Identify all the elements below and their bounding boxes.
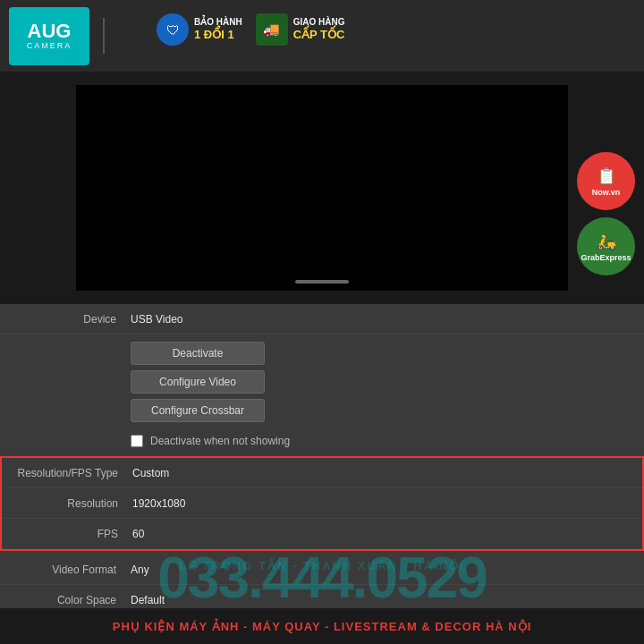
deactivate-checkbox-row: Deactivate when not showing — [0, 429, 644, 453]
bottom-bar: Phụ kiện máy ảnh - Máy quay - Livestream… — [0, 608, 644, 644]
logo-text: AUG — [28, 21, 72, 41]
fps-row: FPS 60 — [2, 519, 642, 549]
promo-warranty-line1: BẢO HÀNH — [194, 16, 242, 28]
video-format-value: Any — [131, 564, 149, 576]
resolution-section: Resolution/FPS Type Custom Resolution 19… — [0, 456, 644, 551]
color-space-value: Default — [131, 594, 165, 606]
device-row: Device USB Video — [0, 304, 644, 335]
resolution-label: Resolution — [16, 497, 132, 510]
promo-delivery-line1: GIAO HÀNG — [293, 16, 345, 28]
deactivate-checkbox[interactable] — [131, 435, 143, 447]
settings-panel: Device USB Video Deactivate Configure Vi… — [0, 304, 644, 644]
bottom-bar-text: Phụ kiện máy ảnh - Máy quay - Livestream… — [113, 620, 532, 633]
promo-warranty-line2: 1 ĐỔI 1 — [194, 28, 242, 43]
resolution-value: 1920x1080 — [132, 497, 185, 510]
video-preview-area: 📋 Now.vn 🛵 GrabExpress — [0, 72, 644, 304]
configure-video-button[interactable]: Configure Video — [131, 370, 265, 394]
grab-badge[interactable]: 🛵 GrabExpress — [577, 217, 635, 275]
resolution-fps-type-label: Resolution/FPS Type — [16, 467, 132, 479]
logo-divider — [103, 18, 105, 54]
color-space-label: Color Space — [14, 594, 131, 606]
top-promo: 🛡 BẢO HÀNH 1 ĐỔI 1 🚚 GIAO HÀNG CẤP TỐC — [157, 13, 344, 46]
video-format-row: Video Format Any — [0, 555, 644, 585]
grab-label: GrabExpress — [580, 253, 631, 262]
now-icon: 📋 — [597, 166, 616, 186]
now-badge[interactable]: 📋 Now.vn — [577, 152, 635, 210]
promo-delivery-texts: GIAO HÀNG CẤP TỐC — [293, 16, 345, 43]
promo-delivery-line2: CẤP TỐC — [293, 28, 345, 43]
video-preview — [76, 85, 568, 291]
fps-value: 60 — [132, 528, 144, 540]
top-bar: AUG CAMERA 🛡 BẢO HÀNH 1 ĐỔI 1 🚚 GIAO HÀN… — [0, 0, 644, 72]
device-value: USB Video — [131, 313, 182, 326]
promo-warranty-texts: BẢO HÀNH 1 ĐỔI 1 — [194, 16, 242, 43]
logo: AUG CAMERA — [9, 7, 89, 65]
deactivate-checkbox-label: Deactivate when not showing — [150, 435, 290, 447]
resolution-fps-type-row: Resolution/FPS Type Custom — [2, 458, 642, 488]
fps-label: FPS — [16, 528, 132, 540]
deactivate-button[interactable]: Deactivate — [131, 342, 265, 365]
action-buttons: Deactivate Configure Video Configure Cro… — [0, 335, 644, 429]
now-label: Now.vn — [592, 188, 621, 197]
promo-delivery: 🚚 GIAO HÀNG CẤP TỐC — [256, 13, 345, 46]
grab-icon: 🛵 — [597, 232, 616, 251]
configure-crossbar-button[interactable]: Configure Crossbar — [131, 399, 265, 422]
resolution-row: Resolution 1920x1080 — [2, 488, 642, 519]
promo-warranty: 🛡 BẢO HÀNH 1 ĐỔI 1 — [157, 13, 242, 46]
resolution-fps-type-value: Custom — [132, 467, 169, 479]
video-scrollbar[interactable] — [295, 280, 349, 284]
video-format-label: Video Format — [14, 564, 131, 576]
device-label: Device — [14, 313, 131, 326]
logo-sub: CAMERA — [27, 41, 72, 50]
shield-icon: 🛡 — [157, 13, 189, 46]
floating-badges: 📋 Now.vn 🛵 GrabExpress — [568, 143, 644, 284]
delivery-icon: 🚚 — [256, 13, 288, 46]
